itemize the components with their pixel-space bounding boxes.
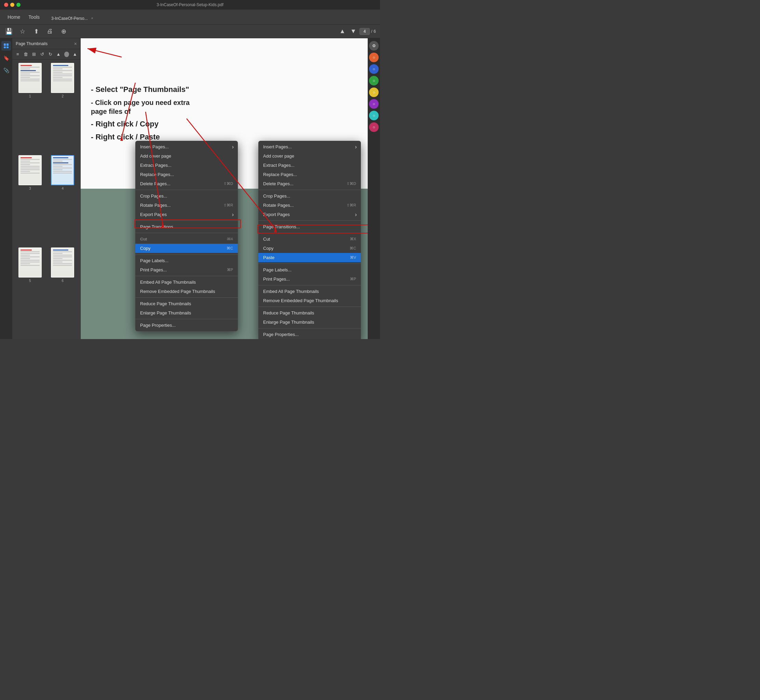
menu-item-replace-pages-left[interactable]: Replace Pages...	[135, 170, 238, 179]
menu-item-page-transitions-left[interactable]: Page Transitions...	[135, 222, 238, 231]
bookmarks-sidebar-icon[interactable]: 🔖	[2, 53, 11, 63]
menu-item-print-pages-left[interactable]: Print Pages... ⌘P	[135, 265, 238, 275]
menu-item-enlarge-thumbs-right[interactable]: Enlarge Page Thumbnails	[258, 317, 361, 327]
instruction-line-2: - Click on page you need extra page file…	[91, 98, 357, 116]
right-sidebar: ⚙ ○ ○ ○ ○ ○ ○ ○	[368, 38, 380, 339]
menu-item-page-properties-right[interactable]: Page Properties...	[258, 330, 361, 339]
menu-item-replace-pages-right[interactable]: Replace Pages...	[258, 170, 361, 179]
menu-item-embed-thumbs-right[interactable]: Embed All Page Thumbnails	[258, 287, 361, 296]
menu-item-copy-right[interactable]: Copy ⌘C	[258, 244, 361, 253]
menu-item-extract-pages-left[interactable]: Extract Pages...	[135, 161, 238, 170]
page-thumbnail-5[interactable]	[19, 247, 42, 278]
thumbnail-page-1[interactable]: 1	[16, 63, 44, 151]
thumbnail-page-2[interactable]: 2	[48, 63, 77, 151]
menu-item-page-labels-right[interactable]: Page Labels...	[258, 265, 361, 275]
menu-item-paste-right[interactable]: Paste ⌘V	[258, 253, 361, 262]
right-sidebar-btn-cyan[interactable]: ○	[369, 111, 379, 120]
menu-separator-1-left	[135, 190, 238, 190]
menu-item-page-labels-left[interactable]: Page Labels...	[135, 256, 238, 265]
menu-item-delete-pages-left[interactable]: Delete Pages... ⇧⌘D	[135, 179, 238, 188]
menu-separator-7-right	[258, 328, 361, 328]
right-sidebar-btn-green[interactable]: ○	[369, 76, 379, 86]
thumb-undo[interactable]: ↺	[39, 51, 45, 58]
menu-item-crop-pages-right[interactable]: Crop Pages...	[258, 191, 361, 201]
page-up-button[interactable]: ▲	[338, 27, 347, 36]
menu-item-reduce-thumbs-left[interactable]: Reduce Page Thumbnails	[135, 299, 238, 308]
menu-item-insert-pages-left[interactable]: Insert Pages...	[135, 142, 238, 152]
right-sidebar-btn-yellow[interactable]: ○	[369, 88, 379, 97]
tab-label: 3-InCaseOf-Perso...	[51, 16, 88, 21]
thumbnail-page-6[interactable]: 6	[48, 247, 77, 336]
page-thumbnail-2[interactable]	[51, 63, 74, 93]
window-title: 3-InCaseOf-Personal-Setup-Kids.pdf	[4, 2, 376, 7]
thumbnail-page-4[interactable]: 4	[48, 155, 77, 243]
menu-separator-4-left	[135, 254, 238, 255]
page-navigation: ▲ ▼ / 6	[338, 27, 376, 36]
close-traffic-light[interactable]	[4, 3, 8, 7]
tools-button[interactable]: Tools	[25, 13, 43, 21]
tab-close-button[interactable]: ×	[90, 16, 95, 21]
menu-item-page-properties-left[interactable]: Page Properties...	[135, 320, 238, 330]
menu-item-page-transitions-right[interactable]: Page Transitions...	[258, 222, 361, 231]
menu-item-add-cover-right[interactable]: Add cover page	[258, 152, 361, 161]
bookmark-button[interactable]: ☆	[18, 27, 27, 36]
thumb-shrink[interactable]: ▲	[55, 51, 62, 58]
right-sidebar-btn-1[interactable]: ⚙	[369, 41, 379, 51]
page-thumbnail-4[interactable]	[51, 155, 74, 185]
menu-item-reduce-thumbs-right[interactable]: Reduce Page Thumbnails	[258, 308, 361, 317]
page-thumbnail-1[interactable]	[19, 63, 42, 93]
menu-item-enlarge-thumbs-left[interactable]: Enlarge Page Thumbnails	[135, 308, 238, 317]
thumb-redo[interactable]: ↻	[47, 51, 54, 58]
right-sidebar-btn-orange[interactable]: ○	[369, 53, 379, 62]
menu-item-cut-right[interactable]: Cut ⌘X	[258, 234, 361, 244]
thumb-delete[interactable]: 🗑	[23, 51, 30, 58]
menu-separator-6-left	[135, 297, 238, 298]
thumb-arrange[interactable]: ⊞	[31, 51, 37, 58]
thumbnails-sidebar-icon[interactable]	[2, 41, 11, 51]
menu-item-add-cover-left[interactable]: Add cover page	[135, 152, 238, 161]
icon-toolbar: 💾 ☆ ⬆ 🖨 ⊕ ▲ ▼ / 6	[0, 25, 380, 38]
menu-separator-2-left	[135, 220, 238, 221]
upload-button[interactable]: ⬆	[31, 27, 41, 36]
thumb-list-view[interactable]: ≡	[14, 51, 21, 58]
panel-close-button[interactable]: ×	[74, 41, 77, 46]
menu-item-remove-thumbs-left[interactable]: Remove Embedded Page Thumbnails	[135, 287, 238, 296]
right-sidebar-btn-pink[interactable]: ○	[369, 122, 379, 132]
menu-separator-4-right	[258, 264, 361, 264]
thumb-circle[interactable]	[64, 52, 69, 57]
right-sidebar-btn-blue[interactable]: ○	[369, 64, 379, 74]
menu-item-crop-pages-left[interactable]: Crop Pages...	[135, 191, 238, 201]
zoom-button[interactable]: ⊕	[59, 27, 68, 36]
minimize-traffic-light[interactable]	[10, 3, 14, 7]
menu-item-print-pages-right[interactable]: Print Pages... ⌘P	[258, 275, 361, 284]
menu-separator-5-left	[135, 276, 238, 276]
page-down-button[interactable]: ▼	[348, 27, 358, 36]
menu-item-delete-pages-right[interactable]: Delete Pages... ⇧⌘D	[258, 179, 361, 188]
menu-item-export-pages-right[interactable]: Export Pages	[258, 210, 361, 219]
menu-item-embed-thumbs-left[interactable]: Embed All Page Thumbnails	[135, 278, 238, 287]
thumbnail-page-3[interactable]: 3	[16, 155, 44, 243]
menu-item-rotate-pages-left[interactable]: Rotate Pages... ⇧⌘R	[135, 201, 238, 210]
attachments-sidebar-icon[interactable]: 📎	[2, 66, 11, 75]
menu-item-cut-left[interactable]: Cut ⌘X	[135, 234, 238, 244]
menu-item-rotate-pages-right[interactable]: Rotate Pages... ⇧⌘R	[258, 201, 361, 210]
current-page-input[interactable]	[359, 28, 370, 35]
sidebar-icons: 🔖 📎	[0, 38, 12, 339]
maximize-traffic-light[interactable]	[16, 3, 20, 7]
nav-toolbar: Home Tools 3-InCaseOf-Perso... ×	[0, 9, 380, 25]
page-thumbnail-6[interactable]	[51, 247, 74, 278]
home-button[interactable]: Home	[4, 13, 23, 21]
menu-item-copy-left[interactable]: Copy ⌘C	[135, 244, 238, 253]
menu-item-insert-pages-right[interactable]: Insert Pages...	[258, 142, 361, 152]
menu-item-extract-pages-right[interactable]: Extract Pages...	[258, 161, 361, 170]
page-thumbnail-3[interactable]	[19, 155, 42, 185]
save-button[interactable]: 💾	[4, 27, 14, 36]
print-button[interactable]: 🖨	[45, 27, 55, 36]
page-separator: /	[371, 29, 372, 34]
thumb-mountain[interactable]: ▲	[72, 51, 78, 58]
menu-item-remove-thumbs-right[interactable]: Remove Embedded Page Thumbnails	[258, 296, 361, 305]
active-tab[interactable]: 3-InCaseOf-Perso... ×	[47, 14, 99, 23]
right-sidebar-btn-purple[interactable]: ○	[369, 99, 379, 109]
thumbnail-page-5[interactable]: 5	[16, 247, 44, 336]
menu-item-export-pages-left[interactable]: Export Pages	[135, 210, 238, 219]
